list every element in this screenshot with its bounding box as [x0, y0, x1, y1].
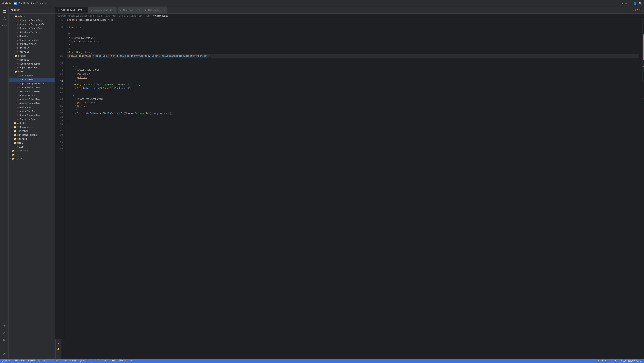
sidebar-item-computerbranddao[interactable]: ⊙ ComputerBrandDao [8, 18, 55, 22]
activity-project-icon[interactable] [1, 8, 8, 15]
activity-settings-icon[interactable]: ⚙ [1, 351, 8, 357]
right-icon-notifications[interactable]: 🔔 [56, 346, 61, 352]
tab-accountdao[interactable]: ⊙ AccountDao.java [88, 7, 118, 14]
sidebar-dropdown-icon[interactable]: ⌄ [22, 9, 23, 12]
sidebar-item-menudao[interactable]: ⊙ MenuDao [8, 34, 55, 38]
sidebar-item-operaterlogdao[interactable]: ⊙ OperaterLogDao [8, 38, 55, 42]
sidebar-item-userdao[interactable]: ⊙ UserDao [8, 50, 55, 54]
sidebar-item-appointrepairrecordi[interactable]: ⊙ AppointRepairRecordI [8, 82, 55, 86]
breadcrumb-com[interactable]: com [112, 15, 116, 17]
sidebar-item-listener[interactable]: ▸ 📁 listener [8, 129, 55, 133]
chevron-icon[interactable]: ⌄ [619, 2, 620, 5]
app-logo: FP [14, 2, 17, 5]
sidebar-item-service[interactable]: ▸ 📁 service [8, 137, 55, 141]
scroll-thumb[interactable] [642, 18, 644, 82]
sidebar-item-roledao[interactable]: ⊙ RoleDao [8, 46, 55, 50]
run-icon[interactable]: ▶ [622, 2, 623, 5]
tab-roledao[interactable]: ⊙ RoleDao.java [142, 7, 168, 14]
sidebar-item-computercategorydao[interactable]: ⊙ ComputerCategoryDa [8, 22, 55, 26]
svg-line-9 [4, 19, 6, 20]
sidebar-item-rechargedao[interactable]: ⊙ RechargeDao [8, 117, 55, 121]
sidebar-item-goodspackagedao[interactable]: ⊙ GoodsPackageDao [8, 62, 55, 66]
breadcrumb-main[interactable]: main [97, 15, 102, 17]
sidebar-item-orderitemdao[interactable]: ⊙ OrderItemDao [8, 109, 55, 113]
sidebar-item-orderdao[interactable]: ⊙ OrderDao [8, 105, 55, 109]
sidebar-item-blogdao[interactable]: ⊙ BlogDao [8, 58, 55, 62]
sidebar-item-repairteamdao[interactable]: ⊙ RepairTeamDao [8, 66, 55, 70]
user-icon[interactable]: 👤 [634, 2, 637, 5]
status-encoding[interactable]: UTF-8 [605, 360, 612, 362]
sidebar-item-computergoodsdao[interactable]: ⊙ ComputerGoodsDao [8, 26, 55, 30]
status-path[interactable]: ComputerAssemblyManager › src › main › j… [13, 360, 132, 362]
sidebar-item-common[interactable]: ▾ 📁 common [8, 54, 55, 58]
file-label: AddressDao [20, 78, 55, 81]
sidebar-item-test[interactable]: ▸ 📁 test [8, 153, 55, 157]
activity-terminal-icon[interactable]: ⊟ [1, 336, 8, 343]
status-git[interactable]: ⎇ main [2, 360, 10, 362]
status-line-ending[interactable]: CRLF [614, 360, 619, 362]
code-line-15: * [67, 44, 638, 47]
tab-userdao[interactable]: ⊙ UserDao.java [118, 7, 142, 14]
sidebar-item-scheduleadmin[interactable]: ▸ 📁 schedule.admin [8, 133, 55, 137]
activity-info-icon[interactable]: ℹ [1, 344, 8, 350]
line-num-11: 11 [60, 54, 63, 58]
line-num-37: 37 [60, 148, 63, 151]
breadcrumb-src[interactable]: src [90, 15, 94, 17]
sidebar-item-goodscartdao[interactable]: ⊙ GoodsCartDao [8, 94, 55, 98]
folder-label: test [16, 154, 55, 156]
right-icon-inspect[interactable]: ⬚ [56, 352, 61, 357]
tab-bar: ⊙ AddressDao.java ✕ ⊙ AccountDao.java ⊙ … [55, 7, 644, 14]
scroll-track[interactable] [642, 18, 644, 339]
sidebar-item-interceptor[interactable]: ▸ 📁 interceptor [8, 125, 55, 129]
sidebar-item-app[interactable]: ⊙ App [8, 145, 55, 149]
code-editor[interactable]: package com.yuanlrc.base.dao.home; ▸ imp… [64, 18, 642, 339]
folder-icon: 📁 [14, 126, 16, 128]
expand-icon[interactable]: ⌄ [641, 9, 642, 12]
sidebar-item-coverpicturedao[interactable]: ⊙ CoverPictureDao [8, 86, 55, 90]
sidebar-item-addressdao[interactable]: ⊙ AddressDao [8, 78, 55, 82]
sidebar-item-goodscommentdao[interactable]: ⊙ GoodsCommentDao [8, 101, 55, 105]
activity-bookmark-icon[interactable]: ◉ [1, 322, 8, 328]
sidebar-item-home[interactable]: ▾ 📁 home [8, 70, 55, 74]
menu-icon[interactable]: ⋮ [629, 2, 632, 5]
sidebar-item-accountdao[interactable]: ⊙ AccountDao [8, 74, 55, 78]
breadcrumb-base[interactable]: base [131, 15, 136, 17]
minimize-button[interactable] [6, 2, 8, 4]
activity-git-icon[interactable] [1, 16, 8, 22]
tab-bar-menu-icon[interactable]: ⋮ [630, 9, 632, 12]
git-icon: ⎇ [2, 360, 5, 362]
sidebar-item-orderauthdao[interactable]: ⊙ OrderAuthDao [8, 42, 55, 46]
tab-close-addressdao[interactable]: ✕ [83, 9, 86, 12]
breadcrumb-java[interactable]: java [104, 15, 110, 17]
breadcrumb-home[interactable]: home [145, 15, 150, 17]
sidebar-item-orderpackagedao[interactable]: ⊙ OrderPackageDao [8, 113, 55, 117]
folder-icon: 📁 [12, 153, 15, 156]
right-icon-structure[interactable]: ≡ [56, 341, 61, 346]
folder-icon: 📁 [14, 122, 16, 124]
activity-more-icon[interactable]: ••• [1, 23, 8, 29]
breadcrumb-root[interactable]: ComputerAssemblyManager [58, 15, 87, 17]
folder-label: listener [17, 130, 55, 132]
status-line-col[interactable]: 18:18 [596, 360, 603, 362]
settings-icon[interactable]: ⚙ [625, 2, 627, 5]
tab-addressdao[interactable]: ⊙ AddressDao.java ✕ [55, 7, 88, 14]
sidebar-item-discountcodedao[interactable]: ⊙ DiscountCodeDao [8, 90, 55, 94]
breadcrumb-yuanlrc[interactable]: yuanlrc [119, 15, 128, 17]
file-label: GoodsCartDao [20, 94, 55, 97]
sidebar-item-util[interactable]: ▸ 📁 util [8, 141, 55, 145]
sidebar-item-target[interactable]: ▸ 📁 target [8, 157, 55, 161]
line-num-28: 28 [60, 115, 63, 119]
close-button[interactable] [2, 2, 4, 4]
line-num-3: 3 [62, 26, 63, 29]
activity-run-debug-icon[interactable]: ▷ [1, 329, 8, 336]
sidebar-item-resources[interactable]: ▸ 📁 resources [8, 149, 55, 153]
sidebar-item-entity[interactable]: ▸ 📁 entity [8, 121, 55, 125]
breadcrumb-dao[interactable]: dao [139, 15, 143, 17]
breadcrumb-addressdao[interactable]: ⊙AddressDao [153, 14, 168, 17]
sidebar-item-databasebakdao[interactable]: ⊙ DatabaseBakDao [8, 30, 55, 34]
maximize-button[interactable] [8, 2, 11, 4]
search-icon[interactable]: 🔍 [639, 2, 642, 5]
sidebar-item-admin[interactable]: ▾ 📁 admin [8, 14, 55, 18]
sidebar-item-goodscollectdao[interactable]: ⊙ GoodsCollectDao [8, 98, 55, 101]
code-line-21: /** [67, 65, 638, 69]
